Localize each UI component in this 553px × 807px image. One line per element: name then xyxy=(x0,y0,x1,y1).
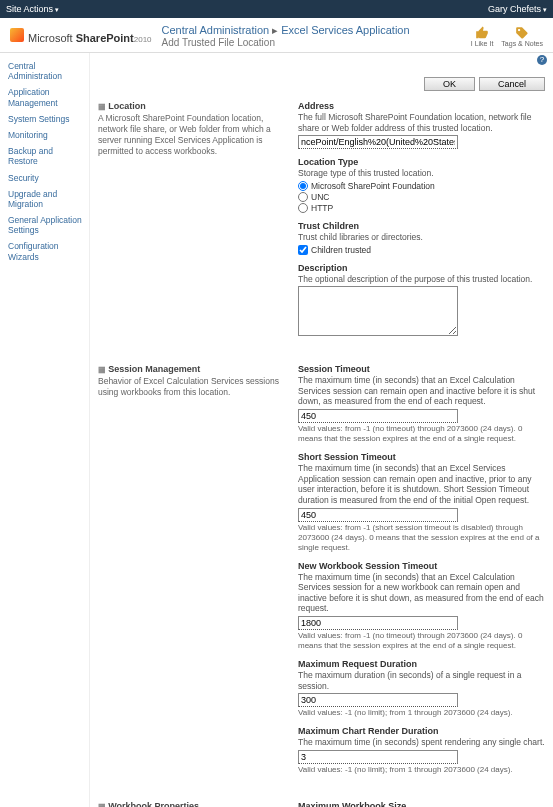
tags-button[interactable]: Tags & Notes xyxy=(501,26,543,47)
sidebar-item[interactable]: Configuration Wizards xyxy=(8,241,85,261)
sidebar-item[interactable]: General Application Settings xyxy=(8,215,85,235)
field-hint: The maximum time (in seconds) that an Ex… xyxy=(298,375,545,407)
section-workbook-props: Workbook Properties Behavior of workbook… xyxy=(98,801,545,807)
sharepoint-logo: Microsoft SharePoint2010 xyxy=(10,28,152,44)
main-content: ? OK Cancel Location A Microsoft SharePo… xyxy=(90,53,553,807)
breadcrumb: Central Administration▸Excel Services Ap… xyxy=(162,24,410,37)
description-textarea[interactable] xyxy=(298,286,458,336)
short-session-input[interactable] xyxy=(298,508,458,522)
button-row: OK Cancel xyxy=(98,77,545,91)
loctype-opt: HTTP xyxy=(311,203,333,213)
field-note: Valid values: -1 (no limit); from 1 thro… xyxy=(298,708,545,718)
field-note: Valid values: from -1 (short session tim… xyxy=(298,523,545,553)
field-hint: The maximum time (in seconds) that an Ex… xyxy=(298,463,545,506)
sidebar-item[interactable]: Application Management xyxy=(8,87,85,107)
field-note: Valid values: from -1 (no timeout) throu… xyxy=(298,424,545,444)
section-desc: A Microsoft SharePoint Foundation locati… xyxy=(98,113,288,157)
desc-hint: The optional description of the purpose … xyxy=(298,274,545,285)
like-button[interactable]: I Like It xyxy=(471,26,494,47)
max-chart-render-input[interactable] xyxy=(298,750,458,764)
loctype-http-radio[interactable] xyxy=(298,203,308,213)
loctype-label: Location Type xyxy=(298,157,545,167)
help-icon[interactable]: ? xyxy=(537,55,547,65)
field-label: Short Session Timeout xyxy=(298,452,545,462)
field-label: Maximum Request Duration xyxy=(298,659,545,669)
sidebar: Central Administration Application Manag… xyxy=(0,53,90,807)
loctype-unc-radio[interactable] xyxy=(298,192,308,202)
page-title: Add Trusted File Location xyxy=(162,37,410,48)
breadcrumb-root[interactable]: Central Administration xyxy=(162,24,270,36)
tags-label: Tags & Notes xyxy=(501,40,543,47)
user-menu[interactable]: Gary Chefets xyxy=(488,4,547,14)
desc-label: Description xyxy=(298,263,545,273)
loctype-opt: UNC xyxy=(311,192,329,202)
loctype-opt: Microsoft SharePoint Foundation xyxy=(311,181,435,191)
session-timeout-input[interactable] xyxy=(298,409,458,423)
section-session: Session Management Behavior of Excel Cal… xyxy=(98,364,545,783)
section-heading: Session Management xyxy=(98,364,288,374)
ok-button[interactable]: OK xyxy=(424,77,475,91)
site-actions-menu[interactable]: Site Actions xyxy=(6,4,59,14)
field-label: Session Timeout xyxy=(298,364,545,374)
cancel-button[interactable]: Cancel xyxy=(479,77,545,91)
sidebar-item[interactable]: Monitoring xyxy=(8,130,85,140)
like-label: I Like It xyxy=(471,40,494,47)
field-hint: The maximum duration (in seconds) of a s… xyxy=(298,670,545,691)
section-location: Location A Microsoft SharePoint Foundati… xyxy=(98,101,545,346)
field-label: New Workbook Session Timeout xyxy=(298,561,545,571)
breadcrumb-app[interactable]: Excel Services Application xyxy=(281,24,409,36)
trust-check-label: Children trusted xyxy=(311,245,371,255)
top-bar: Site Actions Gary Chefets xyxy=(0,0,553,18)
logo-year: 2010 xyxy=(134,35,152,44)
max-request-input[interactable] xyxy=(298,693,458,707)
header: Microsoft SharePoint2010 Central Adminis… xyxy=(0,18,553,53)
sidebar-item[interactable]: System Settings xyxy=(8,114,85,124)
field-hint: The maximum time (in seconds) that an Ex… xyxy=(298,572,545,615)
address-label: Address xyxy=(298,101,545,111)
address-hint: The full Microsoft SharePoint Foundation… xyxy=(298,112,545,133)
thumb-icon xyxy=(475,26,489,40)
children-trusted-checkbox[interactable] xyxy=(298,245,308,255)
trust-hint: Trust child libraries or directories. xyxy=(298,232,545,243)
new-wb-session-input[interactable] xyxy=(298,616,458,630)
logo-brand: SharePoint xyxy=(76,32,134,44)
sidebar-item[interactable]: Upgrade and Migration xyxy=(8,189,85,209)
section-heading: Location xyxy=(98,101,288,111)
trust-label: Trust Children xyxy=(298,221,545,231)
sidebar-item[interactable]: Central Administration xyxy=(8,61,85,81)
sidebar-item[interactable]: Backup and Restore xyxy=(8,146,85,166)
field-label: Maximum Workbook Size xyxy=(298,801,545,807)
header-actions: I Like It Tags & Notes xyxy=(471,26,543,47)
tag-icon xyxy=(515,26,529,40)
field-hint: The maximum time (in seconds) spent rend… xyxy=(298,737,545,748)
logo-prefix: Microsoft xyxy=(28,32,73,44)
section-desc: Behavior of Excel Calculation Services s… xyxy=(98,376,288,398)
address-input[interactable] xyxy=(298,135,458,149)
section-heading: Workbook Properties xyxy=(98,801,288,807)
sidebar-item[interactable]: Security xyxy=(8,173,85,183)
field-note: Valid values: from -1 (no timeout) throu… xyxy=(298,631,545,651)
loctype-spf-radio[interactable] xyxy=(298,181,308,191)
title-block: Central Administration▸Excel Services Ap… xyxy=(162,24,410,48)
logo-icon xyxy=(10,28,24,42)
field-label: Maximum Chart Render Duration xyxy=(298,726,545,736)
field-note: Valid values: -1 (no limit); from 1 thro… xyxy=(298,765,545,775)
loctype-hint: Storage type of this trusted location. xyxy=(298,168,545,179)
